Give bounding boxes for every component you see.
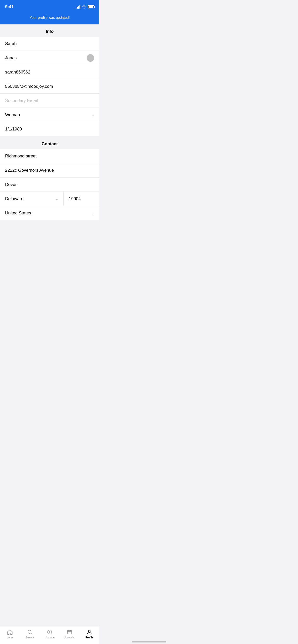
state-field[interactable]: Delaware ⌄: [0, 192, 64, 206]
banner-message: Your profile was updated!: [30, 16, 70, 20]
address2-value: 2222c Governors Avenue: [5, 168, 94, 173]
status-icons: [76, 5, 94, 9]
info-section-header: Info: [0, 24, 99, 37]
status-bar: 9:41: [0, 0, 99, 13]
profile-banner: Your profile was updated!: [0, 13, 99, 24]
gender-field[interactable]: Woman ⌄: [0, 108, 99, 122]
dob-field[interactable]: 1/1/1980: [0, 122, 99, 136]
primary-email-value: 5503b5f2@moodjoy.com: [5, 84, 94, 89]
contact-fields: Richmond street 2222c Governors Avenue D…: [0, 149, 99, 220]
content-area: Info Sarah Jonas sarah866562 5503b5f2@mo…: [0, 24, 99, 244]
info-fields: Sarah Jonas sarah866562 5503b5f2@moodjoy…: [0, 37, 99, 136]
scroll-indicator: [87, 54, 94, 62]
country-value: United States: [5, 211, 91, 216]
country-chevron-icon: ⌄: [91, 211, 94, 215]
contact-section-header: Contact: [0, 137, 99, 149]
lastname-field[interactable]: Jonas: [0, 51, 99, 65]
gender-chevron-icon: ⌄: [91, 113, 94, 117]
wifi-icon: [82, 5, 86, 9]
state-chevron-icon: ⌄: [55, 197, 58, 201]
address1-field[interactable]: Richmond street: [0, 149, 99, 163]
city-field[interactable]: Dover: [0, 178, 99, 192]
zip-field[interactable]: 19904: [64, 192, 99, 206]
lastname-value: Jonas: [5, 55, 94, 61]
primary-email-field[interactable]: 5503b5f2@moodjoy.com: [0, 79, 99, 94]
city-value: Dover: [5, 182, 94, 187]
firstname-value: Sarah: [5, 41, 94, 46]
firstname-field[interactable]: Sarah: [0, 37, 99, 51]
signal-icon: [76, 5, 80, 9]
username-value: sarah866562: [5, 70, 94, 75]
country-field[interactable]: United States ⌄: [0, 206, 99, 220]
state-value: Delaware: [5, 196, 55, 201]
address2-field[interactable]: 2222c Governors Avenue: [0, 163, 99, 178]
username-field[interactable]: sarah866562: [0, 65, 99, 79]
secondary-email-placeholder: Secondary Email: [5, 98, 94, 103]
status-time: 9:41: [5, 4, 14, 9]
state-zip-row: Delaware ⌄ 19904: [0, 192, 99, 206]
gender-value: Woman: [5, 112, 91, 118]
battery-icon: [88, 5, 94, 8]
address1-value: Richmond street: [5, 154, 94, 159]
secondary-email-field[interactable]: Secondary Email: [0, 94, 99, 108]
zip-value: 19904: [69, 196, 81, 201]
dob-value: 1/1/1980: [5, 127, 94, 132]
